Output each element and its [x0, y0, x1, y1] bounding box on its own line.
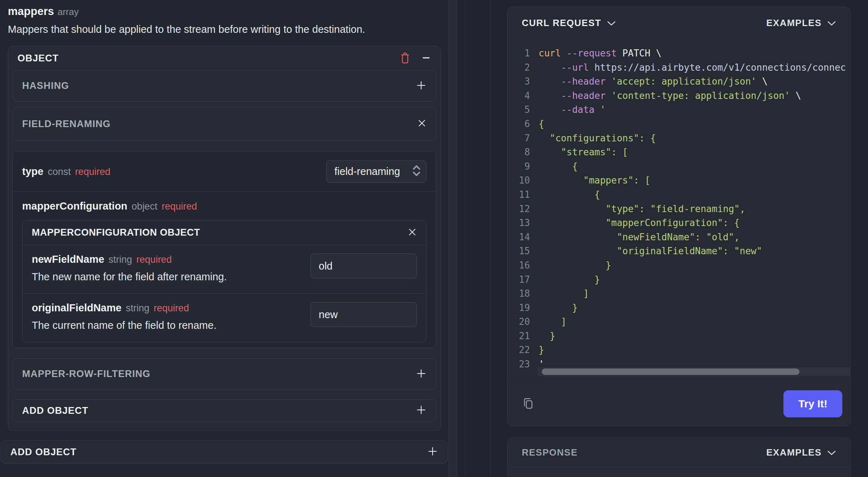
close-icon: [417, 119, 427, 129]
request-column: CURL REQUEST EXAMPLES 1curl --request PA…: [490, 0, 868, 477]
plus-icon: [427, 446, 438, 458]
curl-card-header: CURL REQUEST EXAMPLES: [508, 7, 850, 39]
mapper-configuration-name: mapperConfiguration: [22, 200, 127, 212]
mapper-configuration-object-box: MAPPERCONFIGURATION OBJECT newFieldNames…: [22, 220, 427, 342]
type-field-required: required: [75, 166, 110, 177]
field-renaming-body: typeconstrequired field-renaming mapperC: [12, 151, 436, 348]
plus-icon: [416, 80, 427, 92]
object-panel: OBJECT: [8, 46, 441, 431]
api-docs-screen: mappersarray Mappers that should be appl…: [0, 0, 868, 477]
response-card: RESPONSE EXAMPLES: [507, 437, 851, 477]
original-field-name-label: originalFieldName: [32, 302, 121, 313]
trash-icon: [400, 51, 410, 65]
delete-object-button[interactable]: [400, 51, 410, 65]
curl-request-card: CURL REQUEST EXAMPLES 1curl --request PA…: [507, 7, 851, 426]
horizontal-scrollbar-thumb[interactable]: [542, 368, 799, 375]
curl-request-title: CURL REQUEST: [522, 17, 601, 29]
response-examples-dropdown[interactable]: EXAMPLES: [766, 447, 836, 458]
original-field-name-input[interactable]: [311, 302, 417, 327]
horizontal-scrollbar-track[interactable]: [538, 367, 850, 376]
code-line: 13 "mapperConfiguration": {: [508, 216, 850, 230]
code-line: 18 ]: [508, 287, 850, 301]
curl-examples-dropdown[interactable]: EXAMPLES: [766, 17, 836, 29]
new-field-name-kind: string: [108, 254, 132, 265]
new-field-name-label: newFieldName: [32, 253, 104, 265]
mapper-configuration-required: required: [162, 201, 197, 212]
mapper-configuration-row: mapperConfigurationobjectrequired MAPPER…: [13, 192, 436, 348]
code-line: 20 ]: [508, 315, 850, 329]
code-line: 21 }: [508, 329, 850, 343]
mapper-row-filtering-label: MAPPER-ROW-FILTERING: [22, 368, 150, 380]
add-object-button-outer[interactable]: ADD OBJECT: [1, 441, 448, 463]
original-field-name-kind: string: [126, 303, 149, 313]
property-name: mappers: [8, 5, 54, 17]
chevron-down-icon: [827, 447, 836, 458]
copy-icon: [522, 396, 535, 412]
object-panel-header: OBJECT: [12, 46, 436, 70]
new-field-name-input[interactable]: [311, 253, 417, 278]
plus-icon: [416, 368, 427, 380]
curl-request-dropdown[interactable]: CURL REQUEST: [522, 17, 616, 29]
mapper-row-filtering-toggle[interactable]: MAPPER-ROW-FILTERING: [12, 358, 436, 390]
copy-code-button[interactable]: [522, 396, 535, 412]
curl-code-block: 1curl --request PATCH \2 --url https://a…: [508, 39, 850, 381]
schema-column: mappersarray Mappers that should be appl…: [0, 0, 448, 477]
type-field-name: type: [22, 166, 44, 177]
add-object-inner-label: ADD OBJECT: [22, 405, 89, 416]
select-stepper-icon: [412, 164, 421, 179]
code-line: 15 "originalFieldName": "new": [508, 244, 850, 258]
response-examples-label: EXAMPLES: [766, 447, 822, 458]
try-it-button[interactable]: Try It!: [783, 390, 842, 417]
mapper-configuration-kind: object: [132, 201, 157, 212]
code-line: 6{: [508, 117, 850, 131]
code-line: 1curl --request PATCH \: [508, 46, 850, 61]
type-select[interactable]: field-renaming: [326, 160, 427, 183]
plus-icon: [416, 405, 427, 417]
curl-card-footer: Try It!: [508, 381, 850, 426]
column-divider: [465, 0, 465, 477]
code-line: 7 "configurations": {: [508, 131, 850, 146]
mapper-configuration-object-header: MAPPERCONFIGURATION OBJECT: [22, 220, 426, 245]
code-line: 17 }: [508, 273, 850, 287]
code-line: 3 --header 'accept: application/json' \: [508, 75, 850, 89]
code-line: 11 {: [508, 188, 850, 202]
type-field-row: typeconstrequired field-renaming: [13, 151, 436, 192]
close-icon: [408, 227, 417, 238]
code-line: 14 "newFieldName": "old",: [508, 230, 850, 245]
add-object-button-inner[interactable]: ADD OBJECT: [12, 399, 436, 422]
original-field-name-required: required: [153, 303, 189, 313]
code-lines: 1curl --request PATCH \2 --url https://a…: [508, 46, 850, 372]
hashing-section-label: HASHING: [22, 80, 69, 91]
curl-examples-label: EXAMPLES: [766, 17, 822, 29]
new-field-name-row: newFieldNamestringrequired The new name …: [22, 245, 426, 293]
new-field-name-required: required: [136, 254, 172, 265]
field-renaming-section-label: FIELD-RENAMING: [22, 119, 111, 130]
code-line: 4 --header 'content-type: application/js…: [508, 89, 850, 103]
code-line: 10 "mappers": [: [508, 174, 850, 188]
response-title: RESPONSE: [522, 447, 578, 458]
chevron-down-icon: [827, 17, 836, 29]
chevron-down-icon: [607, 17, 616, 29]
field-renaming-section-toggle[interactable]: FIELD-RENAMING: [12, 107, 436, 141]
code-line: 2 --url https://api.airbyte.com/v1/conne…: [508, 61, 850, 75]
property-description: Mappers that should be applied to the st…: [8, 24, 441, 35]
type-field-kind: const: [48, 166, 71, 177]
original-field-name-row: originalFieldNamestringrequired The curr…: [22, 293, 426, 342]
code-line: 19 }: [508, 301, 850, 315]
code-line: 9 {: [508, 160, 850, 174]
code-line: 22}: [508, 343, 850, 357]
type-select-value: field-renaming: [334, 166, 400, 177]
code-line: 16 }: [508, 258, 850, 273]
hashing-section-toggle[interactable]: HASHING: [12, 70, 436, 102]
minus-icon: [421, 53, 431, 64]
code-line: 8 "streams": [: [508, 145, 850, 160]
property-heading: mappersarray: [8, 5, 441, 18]
code-line: 5 --data ': [508, 103, 850, 117]
left-column-scrollbar[interactable]: [449, 0, 457, 477]
add-object-outer-label: ADD OBJECT: [10, 447, 77, 458]
object-panel-title: OBJECT: [17, 53, 400, 64]
collapse-object-button[interactable]: [421, 53, 431, 64]
property-type-badge: array: [57, 6, 79, 17]
response-card-header: RESPONSE EXAMPLES: [508, 438, 850, 467]
mapper-configuration-object-title: MAPPERCONFIGURATION OBJECT: [32, 227, 200, 238]
